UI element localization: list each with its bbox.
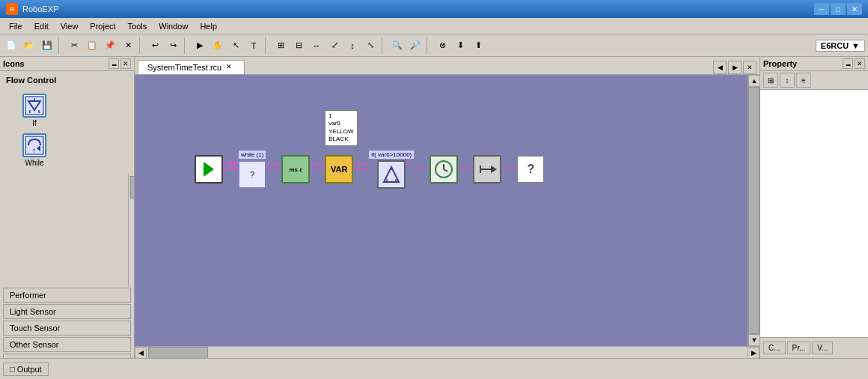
while-node-wrapper: while (1) ? bbox=[238, 150, 266, 189]
output-tab-icon: □ bbox=[10, 365, 15, 374]
prop-tab-c[interactable]: C... bbox=[763, 342, 786, 354]
output-tab-button[interactable]: □ Output bbox=[3, 363, 49, 376]
property-panel-header: Property 🗕 ✕ bbox=[760, 57, 868, 71]
light-sensor-btn[interactable]: Light Sensor bbox=[3, 304, 131, 319]
property-panel-title: Property bbox=[763, 59, 797, 68]
prop-sort-btn[interactable]: ↕ bbox=[780, 73, 795, 88]
if-icon-item[interactable]: If bbox=[12, 94, 57, 127]
svg-marker-21 bbox=[491, 166, 497, 173]
scroll-track bbox=[210, 347, 748, 358]
flow-diagram: while (1) ? ms ε bbox=[195, 150, 545, 189]
scroll-left-arrow[interactable]: ◀ bbox=[135, 347, 147, 358]
prop-list-btn[interactable]: ≡ bbox=[796, 73, 811, 88]
toolbar: 📄 📂 💾 ✂ 📋 📌 ✕ ↩ ↪ ▶ ✋ ↖ T ⊞ ⊟ ↔ ⤢ ↕ ⤡ 🔍 … bbox=[0, 34, 868, 57]
menu-item-project[interactable]: Project bbox=[84, 20, 121, 32]
while-node[interactable]: ? bbox=[238, 160, 266, 189]
canvas-vertical-scrollbar[interactable]: ▲ ▼ bbox=[748, 75, 760, 346]
delete-button[interactable]: ✕ bbox=[120, 37, 136, 54]
mse-text: ms ε bbox=[289, 166, 302, 173]
icons-panel: Icons 🗕 ✕ Flow Control bbox=[0, 57, 135, 358]
icon-grid: If ? Whi bbox=[3, 89, 131, 172]
property-content bbox=[760, 90, 868, 337]
tab-next-button[interactable]: ▶ bbox=[728, 61, 742, 74]
cut-button[interactable]: ✂ bbox=[66, 37, 82, 54]
var-node[interactable]: VAR bbox=[325, 155, 353, 184]
tb3[interactable]: ↔ bbox=[308, 37, 325, 54]
scroll-right-arrow[interactable]: ▶ bbox=[748, 347, 760, 358]
property-pin-button[interactable]: 🗕 bbox=[843, 58, 853, 69]
tab-prev-button[interactable]: ◀ bbox=[713, 61, 727, 74]
scroll-up-arrow[interactable]: ▲ bbox=[748, 75, 760, 87]
new-button[interactable]: 📄 bbox=[3, 37, 19, 54]
copy-button[interactable]: 📋 bbox=[84, 37, 100, 54]
icons-close-button[interactable]: ✕ bbox=[120, 58, 131, 69]
mse-node[interactable]: ms ε bbox=[281, 155, 310, 184]
menu-item-view[interactable]: View bbox=[55, 20, 85, 32]
paste-button[interactable]: 📌 bbox=[102, 37, 118, 54]
redo-button[interactable]: ↪ bbox=[165, 37, 181, 54]
toolbar-sep-6 bbox=[427, 37, 431, 54]
question-node[interactable]: ? bbox=[516, 155, 545, 184]
var-text-line4: BLACK bbox=[328, 136, 353, 143]
scroll-vertical-thumb[interactable] bbox=[748, 87, 760, 334]
while-icon-item[interactable]: ? While bbox=[12, 133, 57, 167]
zoom-in[interactable]: 🔍 bbox=[389, 37, 406, 54]
performer-btn[interactable]: Performer bbox=[3, 288, 131, 303]
if-icon-box bbox=[22, 94, 46, 118]
zoom-out[interactable]: 🔎 bbox=[407, 37, 424, 54]
menu-item-help[interactable]: Help bbox=[194, 20, 223, 32]
menu-item-tools[interactable]: Tools bbox=[122, 20, 153, 32]
minimize-button[interactable]: ─ bbox=[814, 3, 829, 15]
while-icon-box: ? bbox=[22, 133, 46, 157]
output-tab-label: Output bbox=[17, 365, 42, 374]
tb4[interactable]: ⤢ bbox=[326, 37, 343, 54]
save-button[interactable]: 💾 bbox=[39, 37, 55, 54]
text-button[interactable]: T bbox=[245, 37, 262, 54]
tb2[interactable]: ⊟ bbox=[290, 37, 307, 54]
while-q-icon: ? bbox=[250, 170, 254, 179]
prop-tab-pr[interactable]: Pr... bbox=[787, 342, 811, 354]
if-node[interactable] bbox=[377, 160, 406, 189]
tb6[interactable]: ⤡ bbox=[362, 37, 379, 54]
center-area: SystemTimeTest.rcu ✕ ◀ ▶ ✕ bbox=[135, 57, 760, 358]
maximize-button[interactable]: □ bbox=[831, 3, 846, 15]
icons-content[interactable]: Flow Control bbox=[0, 71, 134, 358]
icons-pin-button[interactable]: 🗕 bbox=[109, 58, 119, 69]
tb5[interactable]: ↕ bbox=[344, 37, 361, 54]
property-close-button[interactable]: ✕ bbox=[855, 58, 865, 69]
tab-system-time-test[interactable]: SystemTimeTest.rcu ✕ bbox=[138, 60, 245, 74]
download-btn[interactable]: ⬇ bbox=[452, 37, 468, 54]
open-button[interactable]: 📂 bbox=[21, 37, 37, 54]
start-node-wrapper bbox=[195, 155, 223, 184]
bt-btn[interactable]: ⊗ bbox=[434, 37, 450, 54]
cursor-button[interactable]: ↖ bbox=[227, 37, 244, 54]
upload-btn[interactable]: ⬆ bbox=[470, 37, 486, 54]
tb1[interactable]: ⊞ bbox=[272, 37, 289, 54]
menu-bar: FileEditViewProjectToolsWindowHelp bbox=[0, 18, 868, 34]
device-selector[interactable]: E6RCU ▼ bbox=[816, 40, 865, 52]
hand-button[interactable]: ✋ bbox=[210, 37, 226, 54]
arrow-node[interactable] bbox=[473, 155, 501, 184]
canvas-with-vscroll: while (1) ? ms ε bbox=[135, 75, 760, 346]
scroll-down-arrow[interactable]: ▼ bbox=[748, 334, 760, 346]
start-node[interactable] bbox=[195, 155, 223, 184]
undo-button[interactable]: ↩ bbox=[147, 37, 163, 54]
touch-sensor-btn[interactable]: Touch Sensor bbox=[3, 321, 131, 336]
other-sensor-btn[interactable]: Other Sensor bbox=[3, 337, 131, 352]
close-button[interactable]: ✕ bbox=[847, 3, 862, 15]
if-icon-label: If bbox=[32, 119, 37, 127]
menu-item-file[interactable]: File bbox=[3, 20, 28, 32]
tab-close-all-button[interactable]: ✕ bbox=[743, 61, 757, 74]
prop-grid-btn[interactable]: ⊞ bbox=[763, 73, 778, 88]
clock-node[interactable] bbox=[430, 155, 458, 184]
scroll-horizontal-thumb[interactable] bbox=[148, 347, 208, 358]
run-button[interactable]: ▶ bbox=[192, 37, 208, 54]
menu-item-edit[interactable]: Edit bbox=[28, 20, 55, 32]
canvas-area[interactable]: while (1) ? ms ε bbox=[135, 75, 748, 346]
tab-close-icon[interactable]: ✕ bbox=[226, 63, 235, 72]
canvas-horizontal-scrollbar[interactable]: ◀ ▶ bbox=[135, 346, 760, 358]
prop-tab-v[interactable]: V... bbox=[812, 342, 833, 354]
device-dropdown-icon: ▼ bbox=[852, 41, 860, 50]
menu-item-window[interactable]: Window bbox=[153, 20, 194, 32]
var-text-line2: var0 bbox=[328, 120, 353, 127]
